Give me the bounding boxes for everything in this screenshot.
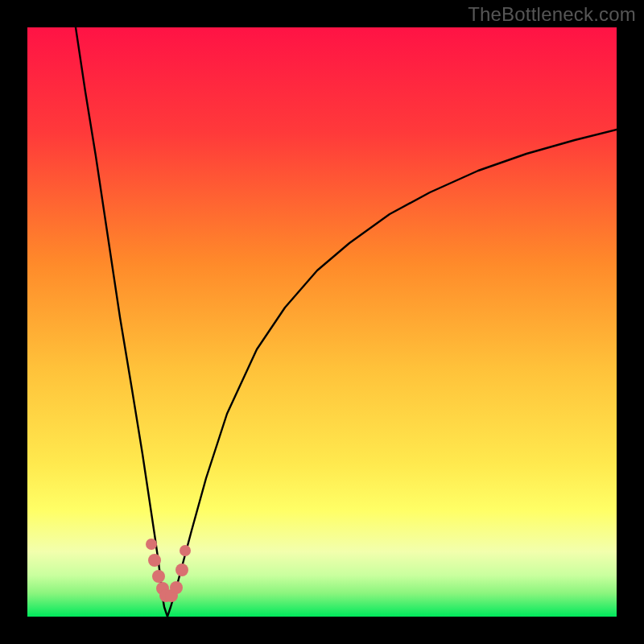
data-marker: [175, 564, 188, 576]
data-marker: [170, 581, 183, 594]
data-marker: [180, 545, 191, 556]
attribution-label: TheBottleneck.com: [468, 3, 636, 26]
plot-frame: [27, 27, 617, 617]
data-marker: [148, 554, 161, 567]
gradient-background: [27, 27, 617, 617]
data-marker: [152, 570, 165, 583]
chart-svg: [27, 27, 617, 617]
data-marker: [146, 539, 157, 550]
